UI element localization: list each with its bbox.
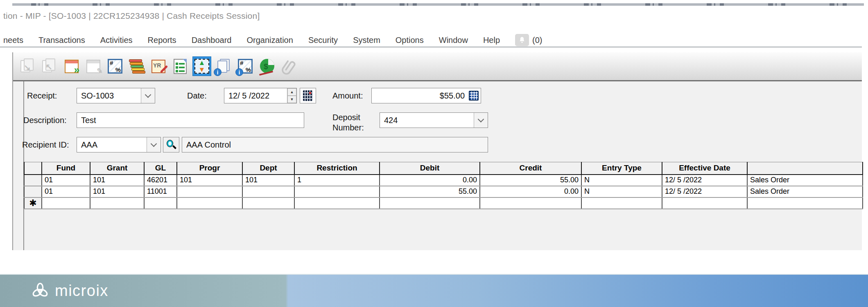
cell-grant[interactable]: 101 <box>90 186 144 197</box>
col-fund: Fund <box>42 162 90 175</box>
receipt-combo[interactable]: SO-1003 <box>77 88 155 103</box>
cell-debit[interactable] <box>380 197 480 209</box>
spinner-down-icon[interactable]: ▼ <box>287 96 296 103</box>
cell-dept[interactable]: 101 <box>242 175 294 186</box>
transfer-arrows-icon: ▲▼ <box>194 59 209 74</box>
cell-fund[interactable]: 01 <box>42 175 90 186</box>
cell-progr[interactable] <box>177 197 242 209</box>
menu-item-reports[interactable]: Reports <box>148 36 176 45</box>
cell-dept[interactable] <box>242 186 294 197</box>
pie-chart-icon: $ <box>258 58 276 75</box>
deposit-number-label: Deposit Number: <box>332 112 373 133</box>
date-calendar-button[interactable] <box>300 88 316 103</box>
cell-gl[interactable]: 11001 <box>144 186 177 197</box>
cell-credit[interactable]: 0.00 <box>480 186 581 197</box>
cell-restriction[interactable]: 1 <box>294 175 380 186</box>
notification-bell-icon[interactable] <box>515 34 529 46</box>
col-progr: Progr <box>177 162 242 175</box>
amount-calculator-button[interactable] <box>469 91 481 101</box>
cell-progr[interactable]: 101 <box>177 175 242 186</box>
cell-fund[interactable] <box>42 197 90 209</box>
deposit-dropdown-button[interactable] <box>474 113 488 128</box>
recipient-search-button[interactable] <box>163 137 179 152</box>
grid-row-1: 01 101 46201 101 101 1 0.00 55.00 N 12/ … <box>24 175 863 186</box>
recipient-id-combo[interactable]: AAA <box>77 137 161 152</box>
receipt-dropdown-button[interactable] <box>141 88 155 103</box>
toolbar-button-transfer[interactable]: ▲▼ <box>192 56 211 76</box>
cell-progr[interactable] <box>177 186 242 197</box>
cell-debit[interactable]: 0.00 <box>380 175 480 186</box>
date-spinner[interactable]: ▲ ▼ <box>287 88 296 103</box>
notification-count: (0) <box>532 36 542 45</box>
toolbar-button-currency-chart[interactable]: $ <box>258 56 276 76</box>
microix-logo-icon <box>31 282 50 300</box>
cell-restriction[interactable] <box>294 186 380 197</box>
menu-item-sheets[interactable]: neets <box>3 36 23 45</box>
cell-credit[interactable]: 55.00 <box>480 175 581 186</box>
deposit-number-combo[interactable]: 424 <box>380 112 488 128</box>
toolbar-button-copy-document-forward[interactable]: ↘ <box>19 56 38 76</box>
grid-header-row: Fund Grant GL Progr Dept Restriction Deb… <box>24 162 863 175</box>
toolbar-button-edit-session[interactable]: ✎ <box>84 56 103 76</box>
col-credit: Credit <box>480 162 581 175</box>
cell-gl[interactable] <box>144 197 177 209</box>
cell-entry-type[interactable]: N <box>581 186 662 197</box>
col-source <box>747 162 863 175</box>
cell-entry-type[interactable] <box>581 197 662 209</box>
menu-item-security[interactable]: Security <box>308 36 338 45</box>
description-value: Test <box>77 116 304 125</box>
col-row-selector <box>24 162 42 175</box>
new-row-indicator[interactable]: ✱ <box>24 197 42 209</box>
menu-item-transactions[interactable]: Transactions <box>38 36 85 45</box>
col-grant: Grant <box>90 162 144 175</box>
cell-grant[interactable]: 101 <box>90 175 144 186</box>
col-restriction: Restriction <box>294 162 380 175</box>
cell-entry-type[interactable]: N <box>581 175 662 186</box>
row-selector[interactable] <box>24 186 42 197</box>
number-percent-icon: #% <box>106 58 124 75</box>
menu-item-window[interactable]: Window <box>439 36 468 45</box>
copy-back-icon: ↖ <box>41 58 59 75</box>
cell-debit[interactable]: 55.00 <box>380 186 480 197</box>
layers-icon <box>128 58 145 75</box>
row-selector[interactable] <box>24 175 42 186</box>
cell-fund[interactable]: 01 <box>42 186 90 197</box>
toolbar-button-copy-document-back[interactable]: ↖ <box>41 56 59 76</box>
cell-source[interactable]: Sales Order <box>747 186 863 197</box>
toolbar-button-attachments[interactable] <box>279 56 298 76</box>
cell-restriction[interactable] <box>294 197 380 209</box>
toolbar: ↘ ↖ » ✎ #% <box>13 52 862 80</box>
cell-gl[interactable]: 46201 <box>144 175 177 186</box>
menu-item-options[interactable]: Options <box>396 36 424 45</box>
date-field[interactable]: 12/ 5 /2022 ▲ ▼ <box>224 88 297 103</box>
cell-effective-date[interactable]: 12/ 5 /2022 <box>662 175 747 186</box>
cell-dept[interactable] <box>242 197 294 209</box>
recipient-name-value: AAA Control <box>182 140 488 150</box>
menu-item-help[interactable]: Help <box>483 36 500 45</box>
copy-forward-icon: ↘ <box>20 58 37 75</box>
chevron-down-icon <box>478 116 484 122</box>
grid-row-2: 01 101 11001 55.00 0.00 N 12/ 5 /2022 Sa… <box>24 186 863 197</box>
menu-item-organization[interactable]: Organization <box>246 36 293 45</box>
menu-item-dashboard[interactable]: Dashboard <box>192 36 232 45</box>
toolbar-button-year-end[interactable]: YR <box>149 56 168 76</box>
toolbar-button-modify-amounts[interactable]: #% <box>106 56 124 76</box>
toolbar-button-checklist[interactable] <box>171 56 190 76</box>
toolbar-button-copy-session[interactable]: » <box>62 56 81 76</box>
amount-field[interactable]: $55.00 <box>371 88 481 103</box>
cell-effective-date[interactable] <box>662 197 747 209</box>
description-input[interactable]: Test <box>77 112 304 128</box>
cell-grant[interactable] <box>90 197 144 209</box>
recipient-dropdown-button[interactable] <box>147 137 160 152</box>
menu-item-system[interactable]: System <box>353 36 380 45</box>
toolbar-button-amount-info[interactable]: #% i <box>236 56 255 76</box>
cell-source[interactable] <box>747 197 863 209</box>
spinner-up-icon[interactable]: ▲ <box>287 88 296 96</box>
cell-credit[interactable] <box>480 197 581 209</box>
toolbar-button-session-layers[interactable] <box>127 56 146 76</box>
menu-item-activities[interactable]: Activities <box>100 36 133 45</box>
cell-effective-date[interactable]: 12/ 5 /2022 <box>662 186 747 197</box>
cell-source[interactable]: Sales Order <box>747 175 863 186</box>
toolbar-button-document-info[interactable]: i <box>214 56 233 76</box>
receipt-label: Receipt: <box>27 91 57 101</box>
